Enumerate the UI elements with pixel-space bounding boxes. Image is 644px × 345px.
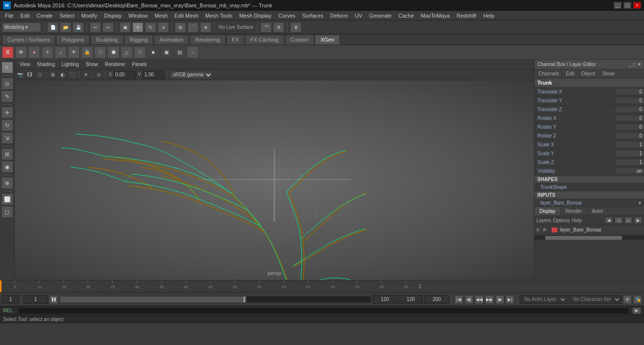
tab-sculpting[interactable]: Sculpting bbox=[90, 35, 123, 45]
step-forward-btn[interactable]: |▶ bbox=[495, 295, 504, 304]
viewport-menu-lighting[interactable]: Lighting bbox=[59, 62, 82, 67]
workspace-dropdown[interactable]: Modeling ▾ bbox=[2, 23, 41, 32]
menu-cache[interactable]: Cache bbox=[396, 12, 417, 19]
menu-window[interactable]: Window bbox=[126, 12, 151, 19]
snap-point-button[interactable]: ⊕ bbox=[200, 23, 211, 32]
select-tool-button[interactable]: ↖ bbox=[1, 62, 13, 73]
menu-display[interactable]: Display bbox=[101, 12, 125, 19]
layer-row[interactable]: V P layer_Bare_Bonsai bbox=[534, 225, 644, 235]
vp-grid-icon[interactable]: ⊞ bbox=[48, 70, 57, 79]
no-anim-layer-dropdown[interactable]: No Anim Layer bbox=[520, 295, 567, 304]
vp-camera-icon[interactable]: 📷 bbox=[16, 70, 24, 79]
snap-curve-button[interactable]: ⌒ bbox=[188, 23, 199, 32]
menu-edit[interactable]: Edit bbox=[18, 12, 33, 19]
scale-tool-button[interactable]: ⇲ bbox=[158, 23, 169, 32]
soft-select-button[interactable]: ◉ bbox=[1, 161, 13, 173]
paint-tool-button[interactable]: ✎ bbox=[1, 91, 13, 102]
menu-modify[interactable]: Modify bbox=[78, 12, 100, 19]
step-back-btn[interactable]: ◀| bbox=[465, 295, 473, 304]
layer-btn-4[interactable]: ▶ bbox=[634, 217, 642, 224]
rotate-tool-left[interactable]: ↻ bbox=[1, 119, 13, 131]
render-button[interactable]: 🎬 bbox=[261, 23, 271, 32]
viewport-menu-view[interactable]: View bbox=[17, 62, 33, 67]
timeline[interactable]: 5 10 15 20 25 30 35 40 45 50 55 60 65 bbox=[0, 280, 644, 292]
open-file-button[interactable]: 📂 bbox=[60, 23, 71, 32]
tab-custom[interactable]: Custom bbox=[285, 35, 314, 45]
layer-btn-3[interactable]: ▷ bbox=[624, 217, 632, 224]
range-end-input[interactable] bbox=[373, 295, 397, 304]
mel-input[interactable] bbox=[18, 307, 629, 314]
help-menu[interactable]: Help bbox=[572, 218, 582, 223]
render-settings-button[interactable]: ⚙ bbox=[273, 23, 284, 32]
go-to-end-btn[interactable]: ▶| bbox=[506, 295, 514, 304]
horizontal-scrollbar[interactable] bbox=[534, 235, 644, 240]
shelf-icon-arrow[interactable]: → bbox=[187, 46, 199, 58]
play-forward-btn[interactable]: ▶▶ bbox=[485, 295, 494, 304]
shelf-icon-box1[interactable]: ■ bbox=[147, 46, 159, 58]
options-menu[interactable]: Options bbox=[553, 218, 570, 223]
layer-btn-2[interactable]: ◁ bbox=[615, 217, 622, 224]
shelf-icon-eye[interactable]: 👁 bbox=[15, 46, 27, 58]
lasso-tool-button[interactable]: ⊙ bbox=[1, 78, 13, 90]
menu-uv[interactable]: UV bbox=[352, 12, 365, 19]
viewport-offset-x[interactable] bbox=[114, 71, 136, 79]
isolate-button[interactable]: ◻ bbox=[1, 206, 13, 218]
viewport-3d[interactable]: X Z Y persp bbox=[15, 80, 534, 280]
vp-isolate-icon[interactable]: ⊙ bbox=[94, 70, 103, 79]
shelf-icon-box2[interactable]: ▣ bbox=[160, 46, 172, 58]
inputs-item[interactable]: layer_Bare_Bonsai ▾ bbox=[534, 199, 644, 207]
mel-execute-btn[interactable]: ▶ bbox=[632, 307, 641, 314]
cb-tab-channels[interactable]: Channels bbox=[536, 70, 561, 77]
playback-speed-btn[interactable] bbox=[49, 295, 58, 304]
vp-shaded-icon[interactable]: ◐ bbox=[58, 70, 67, 79]
shelf-icon-down[interactable]: ↓ bbox=[55, 46, 67, 58]
menu-create[interactable]: Create bbox=[34, 12, 56, 19]
menu-maxtomaya[interactable]: MaxToMaya bbox=[418, 12, 453, 19]
show-manip-button[interactable]: ⊕ bbox=[1, 177, 13, 189]
viewport-menu-renderer[interactable]: Renderer bbox=[102, 62, 128, 67]
select-mode-button[interactable]: ▣ bbox=[120, 23, 131, 32]
cb-detach[interactable]: □ bbox=[633, 62, 636, 67]
shelf-icon-mesh2[interactable]: ⬢ bbox=[108, 46, 119, 58]
shelf-icon-tri[interactable]: △ bbox=[121, 46, 133, 58]
display-tab-display[interactable]: Display bbox=[534, 207, 561, 215]
shelf-icon-red-circle[interactable]: ● bbox=[28, 46, 40, 58]
character-anim-btn[interactable]: 🎭 bbox=[633, 295, 642, 304]
undo-button[interactable]: ↩ bbox=[90, 23, 101, 32]
tab-fx-caching[interactable]: FX Caching bbox=[245, 35, 284, 45]
shelf-icon-add[interactable]: + bbox=[42, 46, 53, 58]
shelf-icon-x[interactable]: X bbox=[2, 46, 14, 58]
shapes-item[interactable]: TrunkShape bbox=[534, 184, 644, 191]
rotate-tool-button[interactable]: ↻ bbox=[145, 23, 156, 32]
tab-fx[interactable]: FX bbox=[226, 35, 244, 45]
maximize-button[interactable]: □ bbox=[623, 2, 631, 9]
cb-tab-object[interactable]: Object bbox=[579, 70, 598, 77]
range-out-input[interactable] bbox=[399, 295, 423, 304]
go-to-start-btn[interactable]: |◀ bbox=[454, 295, 463, 304]
redo-button[interactable]: ↪ bbox=[103, 23, 113, 32]
menu-help[interactable]: Help bbox=[480, 12, 497, 19]
shelf-icon-square[interactable]: □ bbox=[134, 46, 146, 58]
display-settings-button[interactable]: 🖥 bbox=[290, 23, 301, 32]
cb-tab-edit[interactable]: Edit bbox=[564, 70, 576, 77]
snap-button[interactable]: ⊞ bbox=[1, 148, 13, 160]
close-button[interactable]: ✕ bbox=[633, 2, 641, 9]
tab-animation[interactable]: Animation bbox=[154, 35, 189, 45]
move-tool-button[interactable]: ✛ bbox=[133, 23, 143, 32]
scrollbar-thumb[interactable] bbox=[545, 236, 622, 240]
tab-curves-surfaces[interactable]: Curves / Surfaces bbox=[2, 35, 55, 45]
cb-close[interactable]: ✕ bbox=[637, 62, 641, 67]
menu-file[interactable]: File bbox=[2, 12, 17, 19]
gamma-select[interactable]: sRGB gamma bbox=[169, 71, 213, 79]
layer-btn-1[interactable]: ◀ bbox=[605, 217, 613, 224]
viewport-menu-shading[interactable]: Shading bbox=[34, 62, 58, 67]
snap-grid-button[interactable]: ⊞ bbox=[175, 23, 186, 32]
cb-minimize[interactable]: _ bbox=[628, 62, 631, 67]
shelf-icon-lock[interactable]: 🔒 bbox=[81, 46, 93, 58]
menu-generate[interactable]: Generate bbox=[366, 12, 395, 19]
menu-curves[interactable]: Curves bbox=[275, 12, 298, 19]
tab-rigging[interactable]: Rigging bbox=[124, 35, 153, 45]
minimize-button[interactable]: _ bbox=[614, 2, 622, 9]
shelf-icon-eye2[interactable]: 👁 bbox=[68, 46, 80, 58]
current-frame-input[interactable] bbox=[2, 295, 19, 304]
